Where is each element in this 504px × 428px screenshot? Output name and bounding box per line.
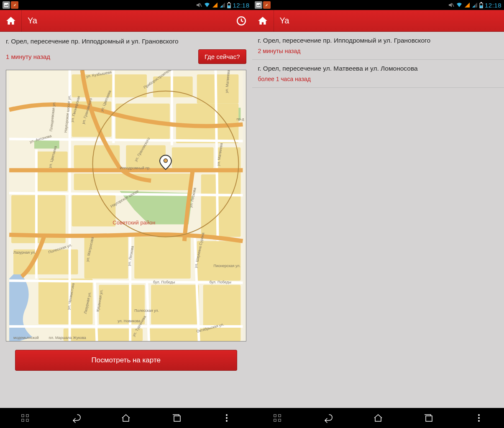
svg-point-100 xyxy=(478,420,480,422)
svg-text:пр-д: пр-д xyxy=(236,117,244,121)
notification-image-icon xyxy=(255,1,262,9)
main-content: г. Орел, пересечение пр. Ипподромный и у… xyxy=(0,32,252,408)
mute-icon xyxy=(448,2,454,8)
history-ago: более 1 часа назад xyxy=(258,76,499,82)
svg-rect-31 xyxy=(134,237,191,279)
nav-recent-button[interactable] xyxy=(166,410,187,426)
home-button[interactable] xyxy=(252,10,274,32)
where-now-button[interactable]: Где сейчас? xyxy=(198,49,246,64)
notification-image-icon xyxy=(3,1,10,9)
nav-bar xyxy=(252,408,504,428)
history-item[interactable]: г. Орел, пересечение ул. Матвеева и ул. … xyxy=(252,60,504,88)
svg-rect-95 xyxy=(274,419,276,422)
svg-rect-27 xyxy=(72,195,116,227)
svg-rect-8 xyxy=(228,3,230,5)
nav-menu-button[interactable] xyxy=(469,410,489,426)
status-bar: 12:18 xyxy=(0,0,252,10)
svg-marker-86 xyxy=(465,3,470,8)
svg-rect-77 xyxy=(22,419,24,422)
svg-point-98 xyxy=(478,414,480,416)
status-bar: 12:18 xyxy=(252,0,504,10)
svg-rect-79 xyxy=(174,416,180,421)
home-button[interactable] xyxy=(0,10,22,32)
svg-text:бул. Победы: бул. Победы xyxy=(210,280,231,284)
history-ago: 2 минуты назад xyxy=(258,48,499,54)
nav-home-button[interactable] xyxy=(368,410,388,426)
svg-text:Ипподромный пр.: Ипподромный пр. xyxy=(120,166,151,170)
svg-rect-28 xyxy=(201,174,241,237)
app-bar: Ya xyxy=(0,10,252,32)
nav-menu-button[interactable] xyxy=(217,410,237,426)
app-title: Ya xyxy=(22,16,230,25)
time-ago: 1 минуту назад xyxy=(6,53,50,60)
svg-text:ул. Новикова: ул. Новикова xyxy=(118,319,140,323)
svg-rect-91 xyxy=(480,3,482,5)
app-bar: Ya xyxy=(252,10,504,32)
clock-icon xyxy=(236,15,247,26)
svg-point-81 xyxy=(226,417,228,419)
back-icon xyxy=(322,413,333,423)
svg-rect-92 xyxy=(480,5,482,8)
nav-recent-button[interactable] xyxy=(418,410,438,426)
svg-point-40 xyxy=(164,159,167,163)
clock: 12:18 xyxy=(233,2,249,9)
svg-rect-16 xyxy=(197,74,239,104)
svg-point-82 xyxy=(226,420,228,422)
svg-rect-32 xyxy=(197,241,241,281)
mute-icon xyxy=(195,2,202,8)
nav-back-button[interactable] xyxy=(66,410,86,426)
history-address: г. Орел, пересечение пр. Ипподромный и у… xyxy=(258,37,499,44)
current-location: г. Орел, пересечение пр. Ипподромный и у… xyxy=(0,32,252,48)
svg-rect-35 xyxy=(151,285,199,324)
svg-rect-9 xyxy=(228,5,230,8)
svg-rect-38 xyxy=(149,329,240,341)
svg-line-85 xyxy=(452,3,454,7)
wifi-icon xyxy=(456,2,463,8)
recent-icon xyxy=(171,413,182,423)
notification-app-icon xyxy=(11,1,18,9)
battery-icon xyxy=(227,2,231,8)
svg-rect-97 xyxy=(426,416,432,421)
nav-back-button[interactable] xyxy=(317,410,338,426)
clock: 12:18 xyxy=(485,2,501,9)
wifi-icon xyxy=(204,2,210,8)
svg-point-99 xyxy=(478,417,480,419)
svg-text:модемьянской: модемьянской xyxy=(13,336,38,340)
home-outline-icon xyxy=(120,413,131,423)
grid-icon xyxy=(20,413,30,423)
svg-text:Пионерская ул.: Пионерская ул. xyxy=(214,264,240,268)
menu-dots-icon xyxy=(478,414,480,422)
recent-icon xyxy=(423,413,433,423)
history-content: г. Орел, пересечение пр. Ипподромный и у… xyxy=(252,32,504,408)
nav-home-button[interactable] xyxy=(116,410,136,426)
app-title: Ya xyxy=(274,16,504,25)
home-icon xyxy=(5,15,16,26)
history-address: г. Орел, пересечение ул. Матвеева и ул. … xyxy=(258,65,499,72)
home-icon xyxy=(257,15,268,26)
svg-line-2 xyxy=(200,3,202,7)
svg-rect-96 xyxy=(279,419,281,422)
svg-rect-22 xyxy=(126,145,166,168)
svg-text:Лазурная ул.: Лазурная ул. xyxy=(13,250,36,255)
nav-extras-button[interactable] xyxy=(15,410,35,426)
view-on-map-button[interactable]: Посмотреть на карте xyxy=(15,350,237,371)
svg-rect-75 xyxy=(22,415,24,417)
home-outline-icon xyxy=(373,413,384,423)
svg-marker-5 xyxy=(220,5,223,8)
phone-left: 12:18 Ya г. Орел, пересечение пр. Ипподр… xyxy=(0,0,252,428)
signal-sim2-icon xyxy=(220,2,225,8)
map-canvas: ул. Кузбышева ул. Пионерская ул. Цветаев… xyxy=(6,70,246,341)
map[interactable]: ул. Кузбышева ул. Пионерская ул. Цветаев… xyxy=(6,70,246,341)
notification-app-icon xyxy=(263,1,271,9)
svg-rect-94 xyxy=(279,415,281,417)
svg-rect-76 xyxy=(26,415,29,417)
battery-icon xyxy=(479,2,483,8)
back-icon xyxy=(70,413,82,423)
svg-text:бул. Победы: бул. Победы xyxy=(153,280,175,284)
history-button[interactable] xyxy=(230,10,252,32)
svg-marker-88 xyxy=(472,5,475,8)
signal-sim1-icon xyxy=(464,2,470,8)
history-item[interactable]: г. Орел, пересечение пр. Ипподромный и у… xyxy=(252,32,504,60)
nav-extras-button[interactable] xyxy=(267,410,287,426)
svg-rect-34 xyxy=(99,285,145,324)
